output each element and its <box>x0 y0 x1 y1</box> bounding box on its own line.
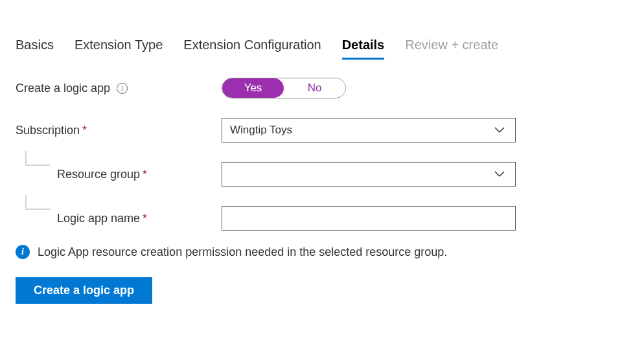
chevron-down-icon <box>494 168 505 181</box>
label-text: Resource group <box>57 168 140 181</box>
info-banner: i Logic App resource creation permission… <box>0 245 622 259</box>
label-subscription: Subscription * <box>16 124 222 137</box>
tab-bar: Basics Extension Type Extension Configur… <box>0 0 622 60</box>
tree-connector <box>17 151 54 170</box>
required-indicator: * <box>143 212 147 225</box>
info-banner-text: Logic App resource creation permission n… <box>38 245 447 259</box>
resource-group-select[interactable] <box>222 162 516 187</box>
tree-connector <box>17 195 54 214</box>
required-indicator: * <box>143 168 147 181</box>
subscription-select[interactable]: Wingtip Toys <box>222 118 516 142</box>
label-text: Logic app name <box>57 212 140 225</box>
label-resource-group: Resource group * <box>16 168 222 181</box>
info-icon[interactable]: i <box>117 83 128 94</box>
create-logic-app-button[interactable]: Create a logic app <box>16 277 152 304</box>
tab-extension-type[interactable]: Extension Type <box>75 38 163 60</box>
info-icon: i <box>16 245 30 259</box>
subscription-value: Wingtip Toys <box>230 124 292 137</box>
toggle-no[interactable]: No <box>284 78 345 98</box>
toggle-yes[interactable]: Yes <box>222 78 284 98</box>
label-create-logic-app: Create a logic app i <box>16 82 222 95</box>
row-logic-app-name: Logic app name * <box>16 206 606 231</box>
label-logic-app-name: Logic app name * <box>16 212 222 225</box>
row-subscription: Subscription * Wingtip Toys <box>16 118 606 142</box>
tab-extension-configuration[interactable]: Extension Configuration <box>183 38 321 60</box>
row-create-logic-app: Create a logic app i Yes No <box>16 78 606 98</box>
label-text: Create a logic app <box>16 82 110 95</box>
tab-review-create[interactable]: Review + create <box>405 38 498 60</box>
row-resource-group: Resource group * <box>16 162 606 187</box>
tab-details[interactable]: Details <box>342 38 385 60</box>
form-area: Create a logic app i Yes No Subscription… <box>0 62 622 231</box>
logic-app-name-input[interactable] <box>222 206 516 231</box>
label-text: Subscription <box>16 124 80 137</box>
toggle-create-logic-app: Yes No <box>222 78 346 98</box>
chevron-down-icon <box>494 124 505 137</box>
required-indicator: * <box>82 124 87 137</box>
tab-basics[interactable]: Basics <box>16 38 54 60</box>
